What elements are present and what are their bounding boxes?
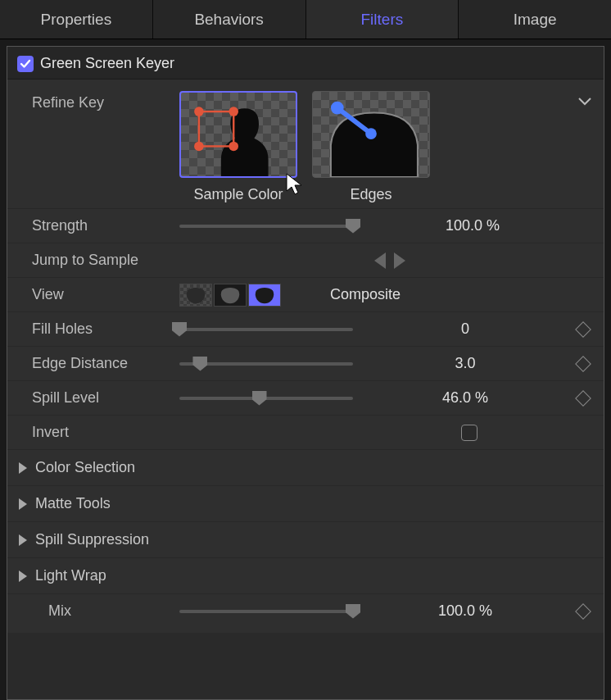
view-label: View [32,286,179,303]
invert-row: Invert [7,415,604,449]
invert-label: Invert [32,424,179,441]
mix-keyframe[interactable] [575,603,591,620]
edges-label: Edges [350,186,391,203]
refine-key-thumbs: Sample Color Edges [179,91,430,203]
filter-enable-checkbox[interactable] [17,56,34,72]
edge-distance-keyframe[interactable] [575,356,591,372]
fill-holes-label: Fill Holes [32,320,179,338]
filter-panel: Green Screen Keyer Refine Key Sample Col… [7,46,604,700]
mix-row: Mix 100.0 % [7,593,604,628]
fill-holes-slider[interactable] [179,321,353,338]
tab-behaviors[interactable]: Behaviors [153,0,306,39]
spill-level-label: Spill Level [32,389,179,407]
strength-value[interactable]: 100.0 % [353,217,592,234]
fill-holes-value[interactable]: 0 [353,320,577,338]
sample-color-tool[interactable] [179,91,297,178]
mix-label: Mix [32,602,179,620]
light-wrap-disclosure[interactable]: Light Wrap [7,557,604,593]
sample-color-label: Sample Color [193,186,283,203]
fill-holes-keyframe[interactable] [575,321,591,338]
view-row: View Composite [7,277,604,311]
svg-point-3 [194,142,204,152]
svg-point-7 [365,128,377,139]
view-value[interactable]: Composite [330,286,401,303]
chevron-right-icon [19,534,27,546]
parameters-section: Refine Key Sample Color [7,80,604,633]
color-selection-disclosure[interactable]: Color Selection [7,449,604,485]
svg-point-6 [331,102,344,115]
strength-slider[interactable] [179,218,353,234]
tab-image[interactable]: Image [459,0,611,39]
edges-tool[interactable] [312,91,430,178]
view-composite[interactable] [248,284,281,307]
mix-value[interactable]: 100.0 % [353,602,577,620]
spill-level-keyframe[interactable] [575,390,591,407]
jump-to-sample-label: Jump to Sample [32,252,179,269]
view-mode-thumbs [179,284,294,307]
refine-key-label: Refine Key [32,91,179,111]
chevron-right-icon [19,462,27,474]
edge-distance-slider[interactable] [179,356,353,372]
spill-level-row: Spill Level 46.0 % [7,380,604,415]
cursor-icon [286,173,304,196]
view-matte[interactable] [214,284,247,307]
color-selection-label: Color Selection [35,459,135,476]
edge-distance-row: Edge Distance 3.0 [7,346,604,380]
prev-sample-button[interactable] [374,252,386,269]
filter-name-label: Green Screen Keyer [40,55,174,72]
sample-color-block: Sample Color [179,91,297,203]
tab-properties[interactable]: Properties [0,0,153,39]
edge-distance-value[interactable]: 3.0 [353,355,577,372]
edge-distance-label: Edge Distance [32,355,179,372]
svg-point-4 [229,142,238,152]
spill-suppression-label: Spill Suppression [35,531,149,548]
chevron-right-icon [19,498,27,510]
check-icon [20,58,31,70]
refine-key-row: Refine Key Sample Color [7,84,604,208]
sample-color-icon [181,93,296,176]
invert-checkbox[interactable] [461,425,477,441]
next-sample-button[interactable] [394,252,405,269]
tab-filters[interactable]: Filters [306,0,459,39]
svg-point-2 [229,107,238,116]
chevron-right-icon [19,570,27,582]
spill-level-slider[interactable] [179,390,353,407]
light-wrap-label: Light Wrap [35,567,106,584]
view-original[interactable] [179,284,212,307]
jump-to-sample-row: Jump to Sample [7,243,604,277]
fill-holes-row: Fill Holes 0 [7,311,604,346]
matte-tools-label: Matte Tools [35,495,111,512]
mix-slider[interactable] [179,603,353,620]
inspector-tabbar: Properties Behaviors Filters Image [0,0,611,39]
matte-tools-disclosure[interactable]: Matte Tools [7,485,604,521]
svg-point-1 [194,107,204,116]
edges-icon [313,92,429,177]
svg-rect-0 [199,111,233,146]
filter-header: Green Screen Keyer [7,47,604,80]
spill-level-value[interactable]: 46.0 % [353,389,577,407]
chevron-down-icon[interactable] [577,94,592,109]
strength-row: Strength 100.0 % [7,208,604,243]
strength-label: Strength [32,217,179,234]
spill-suppression-disclosure[interactable]: Spill Suppression [7,521,604,557]
edges-block: Edges [312,91,430,203]
